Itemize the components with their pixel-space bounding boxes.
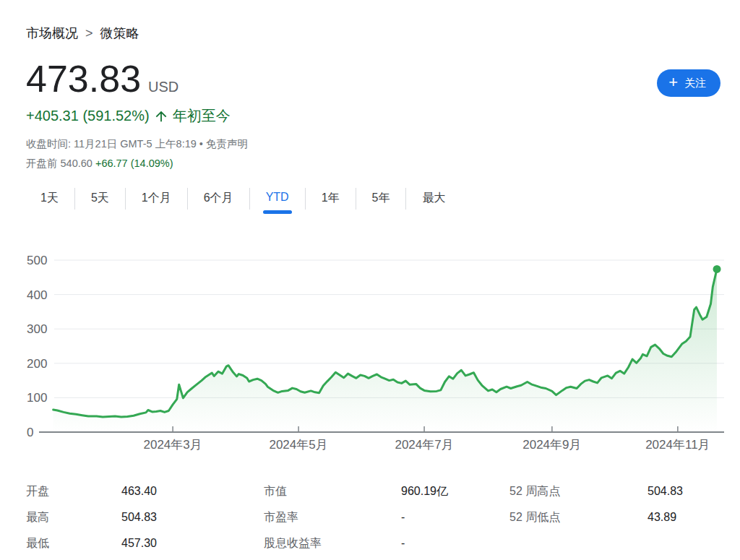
- tab-最大[interactable]: 最大: [406, 186, 461, 216]
- last-price-dot: [713, 265, 721, 273]
- change-period-label: 年初至今: [173, 106, 231, 126]
- currency-label: USD: [148, 79, 178, 95]
- breadcrumb-root[interactable]: 市场概况: [26, 25, 78, 42]
- price-chart-svg[interactable]: 01002003004005002024年3月2024年5月2024年7月202…: [14, 246, 737, 462]
- time-range-tab-bar: 1天5天1个月6个月YTD1年5年最大: [25, 186, 461, 216]
- tab-6个月[interactable]: 6个月: [188, 186, 249, 216]
- stock-price: 473.83: [26, 58, 141, 101]
- stat-value: 504.83: [648, 485, 720, 498]
- stat-label: 最高: [26, 510, 121, 525]
- tab-1天[interactable]: 1天: [25, 186, 74, 216]
- plus-icon: +: [668, 74, 678, 90]
- stat-label: 最低: [26, 536, 121, 551]
- x-axis-label: 2024年11月: [645, 438, 710, 452]
- stat-label: 52 周高点: [509, 484, 648, 499]
- tab-1年[interactable]: 1年: [306, 186, 356, 216]
- x-axis-label: 2024年3月: [143, 438, 202, 452]
- price-chart[interactable]: 01002003004005002024年3月2024年5月2024年7月202…: [14, 246, 737, 462]
- stat-label: 52 周低点: [509, 510, 648, 525]
- stat-label: 股息收益率: [264, 536, 401, 551]
- stat-label: 市盈率: [264, 510, 401, 525]
- tab-YTD[interactable]: YTD: [250, 186, 305, 214]
- tab-5年[interactable]: 5年: [356, 186, 406, 216]
- tab-5天[interactable]: 5天: [75, 186, 125, 216]
- stat-label: 市值: [264, 484, 401, 499]
- quote-meta: 收盘时间: 11月21日 GMT-5 上午8:19 • 免责声明 开盘前 540…: [26, 134, 248, 173]
- y-axis-label: 200: [27, 357, 47, 371]
- stat-value: 504.83: [121, 511, 264, 524]
- close-info: 收盘时间: 11月21日 GMT-5 上午8:19 •: [26, 138, 203, 150]
- price-change: +405.31 (591.52%): [26, 108, 150, 124]
- stat-value: 960.19亿: [401, 484, 509, 499]
- stat-value: -: [401, 511, 509, 524]
- y-axis-label: 100: [27, 391, 47, 405]
- stat-label: 开盘: [26, 484, 121, 499]
- breadcrumb: 市场概况 > 微策略: [26, 25, 139, 42]
- key-stats-table: 开盘463.40最高504.83最低457.30市值960.19亿市盈率-股息收…: [26, 478, 720, 556]
- stat-value: 43.89: [648, 511, 720, 524]
- y-axis-label: 300: [27, 322, 47, 336]
- x-axis-label: 2024年7月: [395, 438, 453, 452]
- disclaimer-link[interactable]: 免责声明: [206, 138, 248, 150]
- close-info-line: 收盘时间: 11月21日 GMT-5 上午8:19 • 免责声明: [26, 134, 248, 154]
- stat-value: 463.40: [121, 485, 264, 498]
- premarket-line: 开盘前 540.60 +66.77 (14.09%): [26, 154, 248, 173]
- premarket-price: 开盘前 540.60: [26, 158, 92, 169]
- price-change-row: +405.31 (591.52%) 年初至今: [26, 106, 231, 126]
- breadcrumb-separator: >: [85, 26, 93, 41]
- y-axis-label: 500: [27, 254, 47, 267]
- x-axis-label: 2024年9月: [522, 438, 581, 452]
- arrow-up-icon: [153, 108, 169, 124]
- breadcrumb-current: 微策略: [100, 25, 139, 42]
- price-row: 473.83 USD: [26, 58, 178, 101]
- stat-value: -: [401, 537, 509, 550]
- y-axis-label: 0: [27, 426, 33, 439]
- premarket-change: +66.77 (14.09%): [95, 158, 173, 169]
- tab-1个月[interactable]: 1个月: [126, 186, 187, 216]
- follow-button-label: 关注: [684, 77, 706, 90]
- follow-button[interactable]: + 关注: [657, 69, 720, 97]
- stat-value: 457.30: [121, 537, 264, 550]
- x-axis-label: 2024年5月: [269, 438, 327, 452]
- y-axis-label: 400: [27, 288, 47, 302]
